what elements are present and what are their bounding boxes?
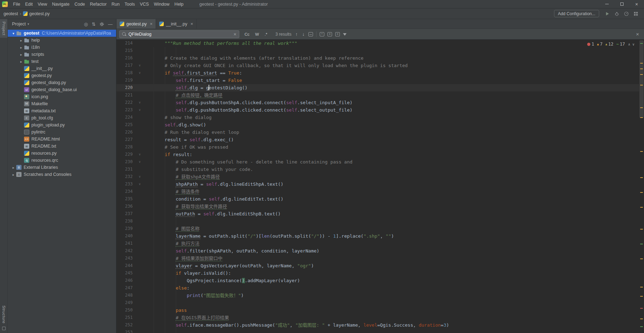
previous-issue-chevron[interactable]: ∧	[628, 42, 631, 46]
code-line-231[interactable]: 231 # substitute with your code.	[116, 166, 644, 173]
tool-windows-icon[interactable]	[2, 327, 6, 330]
menu-tools[interactable]: Tools	[122, 2, 137, 7]
line-number[interactable]: 239	[116, 225, 137, 232]
menu-file[interactable]: File	[11, 2, 23, 7]
add-configuration-button[interactable]: Add Configuration...	[554, 10, 599, 17]
stripe-mark[interactable]	[640, 296, 643, 297]
stripe-mark[interactable]	[640, 177, 643, 178]
code-line-242[interactable]: 242 self.filter(shpAPath, outPath, condi…	[116, 247, 644, 255]
tree-item-geotest-dialog-base-ui[interactable]: geotest_dialog_base.ui	[8, 86, 116, 93]
code-line-253[interactable]: 253	[116, 329, 644, 333]
stripe-mark[interactable]	[640, 117, 643, 118]
tree-item-plugin-upload-py[interactable]: plugin_upload.py	[8, 121, 116, 129]
stripe-mark[interactable]	[640, 192, 643, 193]
stripe-mark[interactable]	[640, 63, 643, 64]
menu-view[interactable]: View	[35, 2, 50, 7]
line-number[interactable]: 220	[116, 84, 137, 91]
tree-item-resources-qrc[interactable]: resources.qrc	[8, 157, 116, 164]
code-line-247[interactable]: 247 else:	[116, 284, 644, 292]
filter-funnel-icon[interactable]	[343, 33, 347, 36]
menu-help[interactable]: Help	[172, 2, 186, 7]
inspections-widget[interactable]: 1 ▲7 ▲12 ∼17 ∧ ∨	[587, 42, 635, 47]
stripe-mark[interactable]	[640, 69, 643, 69]
close-find-bar-icon[interactable]: ×	[634, 31, 641, 37]
select-all-occurrences-icon[interactable]	[327, 32, 332, 36]
breadcrumb-geotest-py[interactable]: geotest.py	[29, 11, 50, 16]
tree-item-scripts[interactable]: ▸scripts	[8, 51, 116, 58]
line-number[interactable]: 218	[116, 69, 137, 77]
code-line-221[interactable]: 221 # 点击按钮，确定路径	[116, 91, 644, 99]
tree-item-i18n[interactable]: ▸i18n	[8, 44, 116, 51]
code-line-227[interactable]: 227 result = self.dlg.exec_()	[116, 136, 644, 143]
stripe-mark[interactable]	[640, 319, 643, 319]
find-toggle-cc[interactable]: Cc	[242, 31, 252, 37]
tab-geotest-py[interactable]: geotest.py×	[116, 19, 156, 29]
code-line-250[interactable]: 250 pass	[116, 307, 644, 314]
line-number[interactable]: 236	[116, 203, 137, 210]
search-input[interactable]: QFileDialog ×	[119, 30, 239, 38]
line-number[interactable]: 251	[116, 314, 137, 321]
fold-marker-icon[interactable]: ∨	[137, 158, 143, 166]
line-number[interactable]: 219	[116, 77, 137, 84]
stripe-mark[interactable]	[640, 43, 643, 44]
code-line-232[interactable]: 232∨ # 获取shpA文件路径	[116, 173, 644, 180]
error-stripe-scrollbar[interactable]	[639, 40, 644, 333]
code-line-241[interactable]: 241 # 执行方法	[116, 240, 644, 247]
tree-item-readme-txt[interactable]: README.txt	[8, 143, 116, 150]
close-tab-icon[interactable]: ×	[150, 21, 153, 26]
line-number[interactable]: 231	[116, 166, 137, 173]
line-number[interactable]: 214	[116, 40, 137, 47]
chevron-right-icon[interactable]: ▸	[11, 173, 16, 177]
line-number[interactable]: 228	[116, 143, 137, 151]
find-toggle-w[interactable]: W	[253, 31, 261, 37]
line-number[interactable]: 240	[116, 232, 137, 240]
stripe-mark[interactable]	[640, 326, 643, 327]
code-line-214[interactable]: 214 """Run method that performs all the …	[116, 40, 644, 47]
line-number[interactable]: 237	[116, 210, 137, 218]
line-number[interactable]: 221	[116, 91, 137, 99]
breadcrumb-geotest[interactable]: geotest	[4, 11, 18, 16]
stripe-mark[interactable]	[640, 244, 643, 244]
line-number[interactable]: 247	[116, 284, 137, 292]
code-line-248[interactable]: 248 print("图层加载失败！")	[116, 292, 644, 299]
tree-item-init-py[interactable]: __init__.py	[8, 65, 116, 72]
maximize-button[interactable]	[614, 0, 629, 8]
line-number[interactable]: 238	[116, 218, 137, 225]
code-line-243[interactable]: 243 # 将结果添加到窗口中	[116, 255, 644, 262]
code-line-219[interactable]: 219 self.first_start = False	[116, 77, 644, 84]
code-line-226[interactable]: 226 # Run the dialog event loop	[116, 129, 644, 136]
code-editor[interactable]: 214 """Run method that performs all the …	[116, 40, 644, 333]
code-line-235[interactable]: 235 condition = self.dlg.lineEditTxt.tex…	[116, 195, 644, 203]
menu-edit[interactable]: Edit	[23, 2, 35, 7]
line-number[interactable]: 223	[116, 106, 137, 114]
stripe-mark[interactable]	[640, 287, 643, 287]
code-line-239[interactable]: 239 # 图层名称	[116, 225, 644, 232]
line-number[interactable]: 241	[116, 240, 137, 247]
tool-grid-icon[interactable]	[633, 11, 638, 16]
menu-code[interactable]: Code	[72, 2, 88, 7]
code-line-224[interactable]: 224 # show the dialog	[116, 114, 644, 121]
project-panel-title[interactable]: Project	[12, 22, 26, 26]
chevron-right-icon[interactable]: ▸	[18, 38, 24, 42]
stripe-mark[interactable]	[640, 258, 643, 259]
fold-marker-icon[interactable]: ∨	[137, 173, 143, 180]
previous-occurrence-button[interactable]: ↑	[295, 31, 299, 37]
tree-item-geotest-py[interactable]: geotest.py	[8, 72, 116, 79]
line-number[interactable]: 215	[116, 47, 137, 54]
line-number[interactable]: 245	[116, 269, 137, 277]
line-number[interactable]: 253	[116, 329, 137, 333]
profiler-icon[interactable]	[624, 11, 629, 16]
line-number[interactable]: 232	[116, 173, 137, 180]
line-number[interactable]: 243	[116, 255, 137, 262]
line-number[interactable]: 216	[116, 54, 137, 62]
structure-strip-label[interactable]: Structure	[2, 305, 6, 323]
close-button[interactable]: ×	[629, 0, 644, 8]
run-icon[interactable]	[605, 11, 610, 16]
scrollbar-thumb[interactable]	[639, 40, 644, 118]
line-number[interactable]: 242	[116, 247, 137, 255]
debug-icon[interactable]	[614, 11, 619, 16]
line-number[interactable]: 229	[116, 151, 137, 158]
line-number[interactable]: 235	[116, 195, 137, 203]
code-line-237[interactable]: 237 outPath = self.dlg.lineEditShpB.text…	[116, 210, 644, 218]
menu-refactor[interactable]: Refactor	[88, 2, 109, 7]
